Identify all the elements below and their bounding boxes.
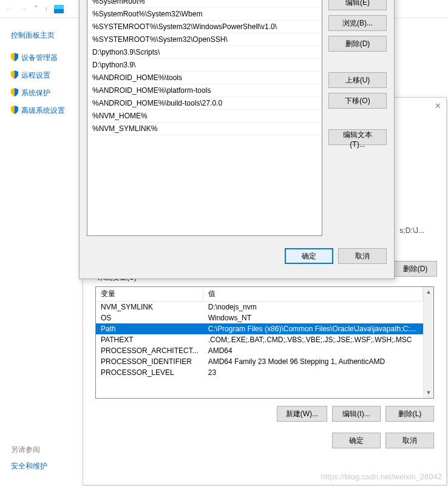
path-entry[interactable]: %SYSTEMROOT%\System32\OpenSSH\ <box>87 33 322 46</box>
table-row[interactable]: PATHEXT.COM;.EXE;.BAT;.CMD;.VBS;.VBE;.JS… <box>96 334 423 345</box>
sidebar-item-0[interactable]: 设备管理器 <box>11 49 79 67</box>
path-edit-text-button[interactable]: 编辑文本(T)... <box>328 129 387 145</box>
path-entry[interactable]: %ANDROID_HOME%\tools <box>87 72 322 84</box>
nav-back-icon[interactable]: ← <box>5 4 13 14</box>
path-entry[interactable]: %ANDROID_HOME%\build-tools\27.0.0 <box>87 97 322 110</box>
path-edit-button[interactable]: 编辑(E) <box>328 0 387 10</box>
path-entry[interactable]: %SystemRoot%\System32\Wbem <box>87 8 322 21</box>
var-value: AMD64 <box>203 345 423 356</box>
edit-path-dialog: %SystemRoot%%SystemRoot%\System32\Wbem%S… <box>79 0 395 279</box>
computer-icon <box>54 5 64 13</box>
table-row[interactable]: PROCESSOR_LEVEL23 <box>96 367 423 378</box>
path-entry[interactable]: D:\python3.9\Scripts\ <box>87 46 322 59</box>
path-browse-button[interactable]: 浏览(B)... <box>328 15 387 31</box>
var-value: C:\Program Files (x86)\Common Files\Orac… <box>203 323 423 334</box>
sidebar-item-3[interactable]: 高级系统设置 <box>11 102 79 120</box>
var-name: OS <box>96 312 203 323</box>
path-delete-button[interactable]: 删除(D) <box>328 36 387 52</box>
column-header-value[interactable]: 值 <box>203 287 423 302</box>
watermark: https://blog.csdn.net/weixin_28042 <box>321 472 442 481</box>
sidebar-home-link[interactable]: 控制面板主页 <box>11 25 79 49</box>
var-value: Windows_NT <box>203 312 423 323</box>
sidebar-item-1[interactable]: 远程设置 <box>11 67 79 84</box>
delete-sys-var-button[interactable]: 删除(L) <box>385 406 434 422</box>
var-name: NVM_SYMLINK <box>96 302 203 313</box>
var-name: PROCESSOR_IDENTIFIER <box>96 356 203 367</box>
user-var-delete-button[interactable]: 删除(D) <box>393 261 437 277</box>
scroll-up-icon[interactable]: ▲ <box>424 287 433 297</box>
sidebar-footer: 另请参阅 安全和维护 <box>11 442 47 474</box>
user-var-truncated-value: s;D:\J... <box>399 226 424 235</box>
shield-icon <box>11 88 18 98</box>
path-entry[interactable]: D:\python3.9\ <box>87 59 322 72</box>
nav-forward-icon[interactable]: → <box>19 4 28 14</box>
close-icon[interactable]: ✕ <box>435 101 441 110</box>
var-value: .COM;.EXE;.BAT;.CMD;.VBS;.VBE;.JS;.JSE;.… <box>203 334 423 345</box>
nav-dropdown-icon[interactable]: ˅ <box>34 4 38 14</box>
sidebar-item-label: 系统保护 <box>21 88 50 98</box>
var-value: 23 <box>203 367 423 378</box>
shield-icon <box>11 70 18 81</box>
sidebar-item-2[interactable]: 系统保护 <box>11 84 79 102</box>
sidebar-footer-title: 另请参阅 <box>11 442 47 458</box>
sidebar-item-label: 远程设置 <box>21 70 50 81</box>
path-entry[interactable]: %SystemRoot% <box>87 0 322 8</box>
scroll-down-icon[interactable]: ▼ <box>424 388 433 398</box>
var-value: D:\nodejs_nvm <box>203 302 423 313</box>
path-entry[interactable]: %ANDROID_HOME%\platform-tools <box>87 84 322 97</box>
path-entry[interactable]: %NVM_SYMLINK% <box>87 123 322 135</box>
nav-up-icon[interactable]: ↑ <box>44 5 48 13</box>
scrollbar[interactable]: ▲ ▼ <box>423 287 433 398</box>
sidebar-item-label: 设备管理器 <box>21 53 58 63</box>
table-row[interactable]: PROCESSOR_IDENTIFIERAMD64 Family 23 Mode… <box>96 356 423 367</box>
path-entry[interactable]: %NVM_HOME% <box>87 110 322 123</box>
sidebar-item-label: 高级系统设置 <box>21 106 65 116</box>
table-row[interactable]: OSWindows_NT <box>96 312 423 323</box>
table-row[interactable]: PathC:\Program Files (x86)\Common Files\… <box>96 323 423 334</box>
env-ok-button[interactable]: 确定 <box>332 433 381 448</box>
table-row[interactable]: PROCESSOR_ARCHITECT...AMD64 <box>96 345 423 356</box>
env-cancel-button[interactable]: 取消 <box>385 433 434 448</box>
var-name: PATHEXT <box>96 334 203 345</box>
new-sys-var-button[interactable]: 新建(W)... <box>277 406 327 422</box>
path-entries-list[interactable]: %SystemRoot%%SystemRoot%\System32\Wbem%S… <box>87 0 322 236</box>
table-row[interactable]: NVM_SYMLINKD:\nodejs_nvm <box>96 302 423 313</box>
system-variables-table[interactable]: 变量 值 NVM_SYMLINKD:\nodejs_nvmOSWindows_N… <box>95 286 434 399</box>
path-move-up-button[interactable]: 上移(U) <box>328 72 387 88</box>
sidebar-security-link[interactable]: 安全和维护 <box>11 458 47 474</box>
sidebar: 控制面板主页 设备管理器远程设置系统保护高级系统设置 <box>0 18 79 120</box>
path-entry[interactable]: %SYSTEMROOT%\System32\WindowsPowerShell\… <box>87 21 322 33</box>
var-name: Path <box>96 323 203 334</box>
user-var-delete-button-wrap: 删除(D) <box>393 261 437 277</box>
edit-sys-var-button[interactable]: 编辑(I)... <box>332 406 381 422</box>
var-name: PROCESSOR_ARCHITECT... <box>96 345 203 356</box>
path-move-down-button[interactable]: 下移(O) <box>328 93 387 109</box>
var-name: PROCESSOR_LEVEL <box>96 367 203 378</box>
var-value: AMD64 Family 23 Model 96 Stepping 1, Aut… <box>203 356 423 367</box>
shield-icon <box>11 106 18 116</box>
column-header-variable[interactable]: 变量 <box>96 287 203 302</box>
shield-icon <box>11 53 18 63</box>
path-ok-button[interactable]: 确定 <box>285 248 333 264</box>
path-cancel-button[interactable]: 取消 <box>338 248 387 264</box>
